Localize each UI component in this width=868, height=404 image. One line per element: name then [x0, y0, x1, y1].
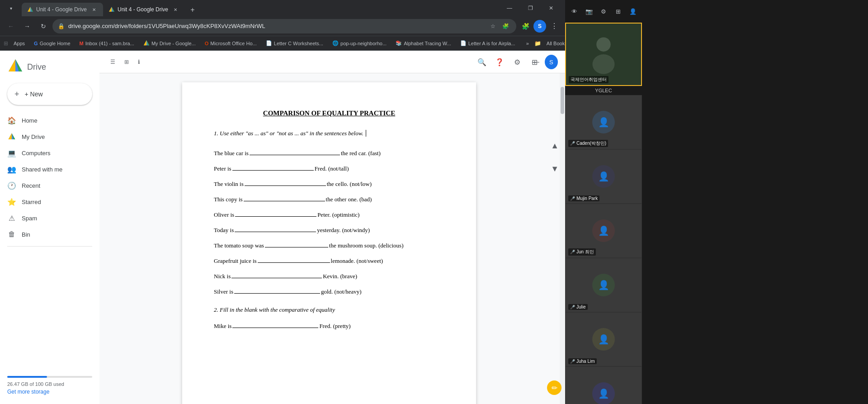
sentence-7-start: The tomato soup was: [214, 242, 264, 249]
sentence-5-blank[interactable]: [235, 209, 316, 217]
bookmark-letter-a[interactable]: 📄 Letter A is for Airpla...: [457, 38, 519, 49]
caden-name: 🎤 Caden(박창민): [568, 140, 608, 147]
sidebar-item-spam[interactable]: ⚠ Spam: [0, 210, 96, 226]
all-bookmarks-label[interactable]: All Bookmarks: [543, 38, 565, 49]
grid-view-button[interactable]: ⊞: [527, 54, 542, 70]
juha-mic-off-icon: 🎤: [570, 359, 575, 364]
help-button[interactable]: ❓: [492, 54, 507, 70]
bookmark-inbox[interactable]: M Inbox (41) - sam.bra...: [76, 38, 138, 49]
bookmark-star-icon[interactable]: ☆: [487, 21, 498, 32]
minimize-button[interactable]: —: [499, 0, 520, 16]
jun-avatar-circle: 👤: [592, 219, 615, 242]
drive-logo[interactable]: Drive: [0, 54, 99, 83]
vertical-scrollbar[interactable]: [560, 73, 565, 404]
sidebar-item-my-drive[interactable]: My Drive: [0, 128, 96, 145]
sentence-1-blank[interactable]: [250, 148, 340, 155]
bookmark-alphabet[interactable]: 📚 Alphabet Tracing W...: [392, 38, 455, 49]
sentence-1-start: The blue car is: [214, 150, 249, 157]
cursor-indicator: [366, 130, 368, 137]
zoom-eye-btn[interactable]: 👁: [568, 5, 580, 18]
bookmark-apps[interactable]: Apps: [10, 38, 28, 49]
forward-button[interactable]: →: [20, 19, 34, 33]
tab-list-btn[interactable]: ▾: [4, 1, 18, 15]
sentence-2-blank[interactable]: [232, 163, 314, 171]
sentence-4-blank[interactable]: [244, 194, 325, 201]
apps-grid-icon: ⊞: [4, 40, 8, 47]
sentence-6-start: Today is: [214, 227, 234, 234]
get-more-storage-link[interactable]: Get more storage: [7, 387, 92, 397]
chrome-menu-button[interactable]: ⋮: [547, 19, 561, 33]
mujin-avatar-circle: 👤: [592, 165, 615, 188]
bookmark-letter-a-label: Letter A is for Airpla...: [468, 41, 515, 46]
sidebar-item-starred[interactable]: ⭐ Starred: [0, 194, 96, 210]
sentence-9-end: Kevin. (brave): [323, 273, 357, 280]
sidebar-item-bin[interactable]: 🗑 Bin: [0, 226, 96, 242]
tab-2[interactable]: Unit 4 - Google Drive ✕: [103, 3, 184, 16]
sidebar-item-recent[interactable]: 🕐 Recent: [0, 177, 96, 194]
extensions-icon[interactable]: 🧩: [500, 21, 511, 32]
zoom-person-btn[interactable]: 👤: [627, 5, 639, 18]
letter-a-favicon: 📄: [460, 40, 467, 46]
zoom-controls-bar: 👁 📷 ⚙ ⊞ 👤: [565, 0, 642, 23]
extensions-menu-button[interactable]: 🧩: [518, 19, 533, 33]
caden-avatar-circle: 👤: [592, 111, 615, 133]
mujin-name: 🎤 Mujin Park: [568, 195, 599, 201]
section2-sentence-1-blank[interactable]: [232, 321, 318, 328]
yglec-text: YGLEC: [595, 88, 612, 93]
bookmarks-more-btn[interactable]: »: [523, 38, 533, 49]
tab-1[interactable]: Unit 4 - Google Drive ✕: [22, 3, 103, 16]
bookmark-my-drive[interactable]: My Drive - Google...: [140, 38, 199, 49]
sidebar-item-home[interactable]: 🏠 Home: [0, 112, 96, 128]
sentence-7-blank[interactable]: [265, 240, 328, 247]
pen-tool-button[interactable]: ✏: [547, 380, 561, 395]
info-btn[interactable]: ℹ: [134, 55, 144, 69]
tab-close-1[interactable]: ✕: [90, 6, 98, 13]
zoom-grid-btn[interactable]: ⊞: [612, 5, 624, 18]
scroll-up-arrow[interactable]: ▲: [551, 141, 559, 151]
scroll-down-arrow[interactable]: ▼: [551, 164, 559, 174]
sentence-9-start: Nick is: [214, 273, 231, 280]
drive-new-button[interactable]: + + New: [7, 83, 92, 105]
user-avatar-button[interactable]: S: [545, 55, 558, 69]
zoom-camera-btn[interactable]: 📷: [583, 5, 595, 18]
tab-favicon-2: [108, 6, 115, 13]
sentence-8-blank[interactable]: [258, 256, 330, 263]
maximize-button[interactable]: ❐: [520, 0, 541, 16]
sentence-6-blank[interactable]: [235, 225, 316, 232]
new-tab-button[interactable]: +: [186, 4, 199, 16]
zoom-settings-btn[interactable]: ⚙: [597, 5, 610, 18]
video-panel: 👁 📷 ⚙ ⊞ 👤 국제언어취업센터 YGLEC 👤 🎤 Caden(박: [565, 0, 642, 404]
grid-view-btn[interactable]: ⊞: [121, 55, 132, 69]
sentence-9-blank[interactable]: [231, 271, 322, 278]
bookmark-letter-c[interactable]: 📄 Letter C Worksheets...: [262, 38, 327, 49]
main-presenter-video: 국제언어취업센터: [565, 23, 642, 86]
address-bar[interactable]: 🔒 drive.google.com/drive/folders/1VU5Pla…: [52, 19, 516, 33]
back-button[interactable]: ←: [4, 19, 18, 33]
svg-marker-13: [9, 133, 12, 140]
sentence-10-blank[interactable]: [234, 286, 320, 294]
sentence-9: Nick is Kevin. (brave): [214, 271, 444, 280]
bookmark-my-drive-label: My Drive - Google...: [151, 41, 196, 46]
search-in-drive-button[interactable]: 🔍: [475, 54, 490, 70]
sidebar-item-shared[interactable]: 👥 Shared with me: [0, 161, 96, 177]
bookmark-popup[interactable]: 🌐 pop-up-neighborho...: [329, 38, 390, 49]
list-view-btn[interactable]: ☰: [107, 55, 119, 69]
bookmarks-bar: ⊞ Apps G Google Home M Inbox (41) - sam.…: [0, 36, 565, 51]
tabs-container: Unit 4 - Google Drive ✕ Unit 4 - Google …: [22, 0, 499, 16]
nav-right-buttons: 🧩 S ⋮: [518, 19, 561, 33]
svg-marker-7: [144, 40, 146, 45]
tab-close-2[interactable]: ✕: [172, 6, 179, 13]
bookmark-google-home[interactable]: G Google Home: [30, 38, 74, 49]
bookmark-office[interactable]: O Microsoft Office Ho...: [201, 38, 260, 49]
document-viewer: ▲ ▼ COMPARISON OF EQUALITY PRACTICE 1. U…: [99, 73, 565, 404]
reload-button[interactable]: ↻: [36, 19, 51, 33]
settings-button[interactable]: ⚙: [509, 54, 524, 70]
close-button[interactable]: ✕: [541, 0, 561, 16]
sidebar-item-computers[interactable]: 💻 Computers: [0, 145, 96, 161]
sentence-3-blank[interactable]: [245, 179, 326, 186]
profile-avatar[interactable]: S: [533, 20, 546, 33]
drive-logo-icon: [7, 58, 24, 76]
sentence-3: The violin is the cello. (not/low): [214, 179, 444, 188]
sidebar-starred-label: Starred: [22, 199, 41, 205]
storage-text: 26.47 GB of 100 GB used: [7, 381, 92, 387]
